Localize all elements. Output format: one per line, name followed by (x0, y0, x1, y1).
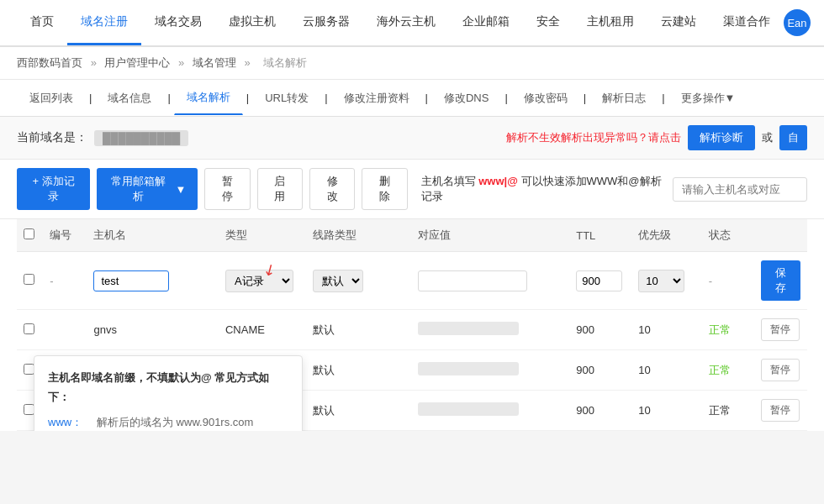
table-row: gnvs CNAME 默认 900 10 正常 暂停 (17, 310, 807, 350)
row1-action: 暂停 (754, 310, 807, 350)
edit-row-host-cell: ↙ (87, 252, 218, 310)
nav-hosting[interactable]: 主机租用 (573, 0, 647, 45)
nav-home[interactable]: 首页 (17, 0, 67, 45)
tab-divider7: | (584, 92, 586, 104)
tab-modify-dns[interactable]: 修改DNS (431, 81, 501, 115)
nav-email[interactable]: 企业邮箱 (449, 0, 523, 45)
row1-type: CNAME (219, 310, 306, 350)
th-num: 编号 (43, 219, 87, 252)
edit-row-val-cell (411, 252, 569, 310)
row1-checkbox-cell (17, 310, 43, 350)
more-button[interactable]: 自 (779, 125, 807, 150)
records-table: 编号 主机名 类型 线路类型 对应值 TTL 优先级 状态 - (17, 219, 807, 431)
edit-row-priority-cell: 10 20 30 (631, 252, 701, 310)
breadcrumb-user[interactable]: 用户管理中心 (104, 56, 170, 69)
tooltip-val-www: 解析后的域名为 www.901rs.com (97, 412, 253, 431)
tab-url-forward[interactable]: URL转发 (252, 81, 321, 115)
row2-action: 暂停 (754, 350, 807, 391)
row1-pause-button[interactable]: 暂停 (761, 318, 800, 341)
tooltip-popup: 主机名即域名前缀，不填默认为@ 常见方式如下： www： 解析后的域名为 www… (34, 355, 303, 431)
nav-channel[interactable]: 渠道合作 (710, 0, 784, 45)
domain-value: ██████████ (94, 130, 188, 146)
breadcrumb-current: 域名解析 (263, 56, 307, 69)
select-all-checkbox[interactable] (24, 228, 34, 239)
row2-line: 默认 (306, 350, 411, 391)
row2-val-blurred (418, 362, 519, 375)
edit-row-status: - (702, 252, 755, 310)
tab-domain-info[interactable]: 域名信息 (95, 81, 164, 115)
nav-domain-register[interactable]: 域名注册 (67, 0, 141, 45)
save-button[interactable]: 保存 (761, 260, 800, 301)
row3-ttl: 900 (569, 391, 631, 431)
tab-more-ops[interactable]: 更多操作▼ (668, 81, 748, 115)
nav-right: Ean (784, 9, 811, 36)
nav-items: 首页 域名注册 域名交易 虚拟主机 云服务器 海外云主机 企业邮箱 安全 主机租… (17, 0, 784, 45)
tab-return-list[interactable]: 返回列表 (17, 81, 86, 115)
row3-val-blurred (418, 402, 519, 416)
breadcrumb-domain[interactable]: 域名管理 (193, 56, 236, 69)
domain-info-bar: 当前域名是： ██████████ 解析不生效解析出现异常吗？请点击 解析诊断 … (0, 117, 824, 160)
row3-pause-button[interactable]: 暂停 (761, 399, 800, 422)
th-ttl: TTL (569, 219, 631, 252)
th-checkbox (17, 219, 43, 252)
diagnose-button[interactable]: 解析诊断 (688, 125, 755, 150)
tab-divider1: | (89, 92, 92, 104)
table-header-row: 编号 主机名 类型 线路类型 对应值 TTL 优先级 状态 (17, 219, 807, 252)
type-select[interactable]: A记录 CNAME MX TXT (225, 270, 293, 292)
table-wrap: 编号 主机名 类型 线路类型 对应值 TTL 优先级 状态 - (0, 219, 824, 431)
filter-input[interactable] (673, 177, 807, 202)
toolbar: + 添加记录 常用邮箱解析 ▼ 暂停 启用 修改 删除 主机名填写 www|@ … (0, 160, 824, 219)
nav-domain-trade[interactable]: 域名交易 (141, 0, 215, 45)
th-host: 主机名 (87, 219, 218, 252)
priority-select[interactable]: 10 20 30 (638, 270, 684, 292)
breadcrumb-sep1: » (91, 56, 100, 69)
th-val: 对应值 (411, 219, 569, 252)
edit-row-checkbox[interactable] (24, 274, 34, 285)
edit-row-line-cell: 默认 电信 联通 (306, 252, 411, 310)
th-type: 类型 (219, 219, 306, 252)
line-select[interactable]: 默认 电信 联通 (313, 270, 363, 292)
tab-modify-reg[interactable]: 修改注册资料 (331, 81, 422, 115)
pause-button[interactable]: 暂停 (204, 168, 250, 210)
row3-status: 正常 (702, 391, 755, 431)
user-avatar[interactable]: Ean (784, 9, 811, 36)
row3-priority: 10 (631, 391, 701, 431)
add-record-button[interactable]: + 添加记录 (17, 168, 90, 210)
nav-overseas[interactable]: 海外云主机 (363, 0, 449, 45)
edit-button[interactable]: 修改 (309, 168, 355, 210)
nav-site-builder[interactable]: 云建站 (647, 0, 710, 45)
tab-resolve-log[interactable]: 解析日志 (589, 81, 658, 115)
tooltip-row: 主机名即域名前缀，不填默认为@ 常见方式如下： www： 解析后的域名为 www… (17, 310, 807, 311)
nav-security[interactable]: 安全 (523, 0, 573, 45)
edit-row-type-cell: A记录 CNAME MX TXT (219, 252, 306, 310)
th-status: 状态 (702, 219, 755, 252)
tab-divider5: | (425, 92, 428, 104)
tab-domain-resolve[interactable]: 域名解析 (174, 81, 243, 115)
tab-modify-pwd[interactable]: 修改密码 (511, 81, 580, 115)
tooltip-title: 主机名即域名前缀，不填默认为@ 常见方式如下： (48, 368, 288, 407)
ttl-input[interactable] (576, 270, 622, 291)
nav-vhost[interactable]: 虚拟主机 (215, 0, 289, 45)
nav-cloud-server[interactable]: 云服务器 (289, 0, 363, 45)
breadcrumb: 西部数码首页 » 用户管理中心 » 域名管理 » 域名解析 (0, 47, 824, 80)
tab-divider8: | (662, 92, 664, 104)
tooltip-key-www: www： (48, 412, 90, 431)
hint-text: 主机名填写 www|@ 可以快速添加WWW和@解析记录 (421, 174, 666, 204)
hint-www: www|@ (478, 175, 518, 187)
domain-alert-section: 解析不生效解析出现异常吗？请点击 解析诊断 或 自 (506, 125, 807, 150)
row2-pause-button[interactable]: 暂停 (761, 359, 800, 381)
row1-host: gnvs (87, 310, 218, 350)
row1-val (411, 310, 569, 350)
breadcrumb-home[interactable]: 西部数码首页 (17, 56, 82, 69)
tooltip-cell: 主机名即域名前缀，不填默认为@ 常见方式如下： www： 解析后的域名为 www… (17, 310, 807, 311)
enable-button[interactable]: 启用 (257, 168, 303, 210)
tab-divider6: | (504, 92, 507, 104)
row1-val-blurred (418, 322, 519, 335)
delete-button[interactable]: 删除 (362, 168, 407, 210)
row3-action: 暂停 (754, 391, 807, 431)
domain-alert-text: 解析不生效解析出现异常吗？请点击 (506, 130, 681, 145)
row1-checkbox[interactable] (24, 323, 34, 334)
mail-resolve-button[interactable]: 常用邮箱解析 ▼ (97, 168, 198, 210)
val-input[interactable] (418, 270, 527, 291)
host-input[interactable] (93, 270, 169, 291)
